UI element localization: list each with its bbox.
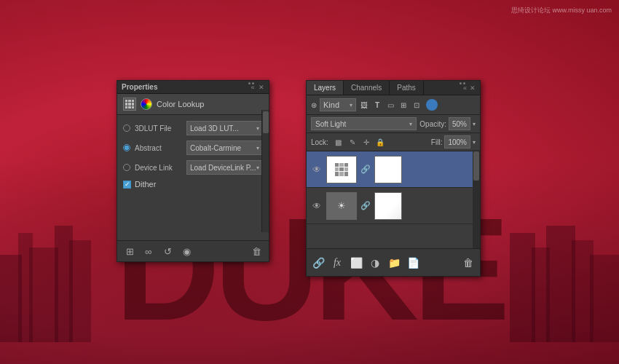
3dlut-radio[interactable]	[123, 124, 130, 132]
layer-thumb-color-lookup	[326, 156, 357, 183]
devicelink-label: Device Link	[135, 164, 182, 172]
opacity-label: Opacity:	[419, 120, 446, 128]
svg-rect-5	[510, 233, 535, 342]
close-btn[interactable]: ✕	[259, 84, 264, 90]
adjustment-icon[interactable]: ◑	[368, 256, 382, 270]
fill-label: Fill:	[431, 138, 443, 146]
3dlut-dropdown[interactable]: Load 3D LUT... ▾	[186, 121, 263, 135]
tab-layers[interactable]: Layers	[307, 81, 344, 95]
scroll-thumb	[263, 111, 269, 133]
opacity-group: Opacity: 50% ▾	[419, 117, 476, 130]
delete-layer-icon[interactable]: 🗑	[461, 256, 476, 270]
opacity-arrow: ▾	[473, 121, 476, 127]
opacity-value[interactable]: 50%	[449, 117, 470, 130]
tab-paths[interactable]: Paths	[390, 81, 424, 95]
titlebar-controls: « ✕	[250, 84, 264, 90]
layer-link-icon2: 🔗	[360, 201, 371, 210]
lock-paint-icon[interactable]: ✎	[347, 137, 358, 147]
layer-link-icon: 🔗	[360, 165, 371, 174]
layer-visibility-toggle2[interactable]: 👁	[311, 200, 323, 212]
dither-row: ✓ Dither	[123, 180, 263, 189]
resize-handle	[248, 82, 254, 84]
dropdown-arrow3: ▾	[256, 165, 259, 171]
fx-icon[interactable]: fx	[330, 256, 344, 270]
devicelink-dropdown[interactable]: Load DeviceLink P... ▾	[186, 160, 263, 175]
lock-row: Lock: ▩ ✎ ✛ 🔒 Fill: 100% ▾	[307, 133, 480, 151]
layers-filter-toolbar: ⊛ Kind ▾ 🖼 T ▭ ⊞ ⊡	[307, 95, 480, 115]
tab-channels[interactable]: Channels	[344, 81, 390, 95]
kind-label: ⊛	[311, 101, 317, 109]
new-layer-icon[interactable]: ⊞	[123, 245, 136, 258]
properties-title: Properties	[122, 83, 157, 91]
dropdown-arrow2: ▾	[256, 145, 259, 151]
blend-opacity-row: Soft Light ▾ Opacity: 50% ▾	[307, 115, 480, 133]
lock-label: Lock:	[311, 138, 328, 146]
layer-mask-brightness	[374, 192, 402, 220]
svg-rect-9	[590, 255, 619, 342]
abstract-radio[interactable]	[123, 144, 130, 151]
undo-icon[interactable]: ↺	[161, 245, 174, 258]
svg-rect-2	[29, 248, 58, 342]
devicelink-row: Device Link Load DeviceLink P... ▾	[123, 160, 263, 175]
svg-rect-4	[69, 240, 91, 342]
properties-panel: Properties « ✕ Color Lookup 3DLUT File L…	[117, 80, 269, 262]
layers-footer: 🔗 fx ⬜ ◑ 📁 📄 🗑	[307, 248, 480, 276]
panel-collapse-btn[interactable]: «	[463, 84, 467, 92]
delete-icon[interactable]: 🗑	[250, 245, 263, 258]
kind-arrow: ▾	[350, 102, 352, 108]
abstract-dropdown[interactable]: Cobalt-Carmine ▾	[186, 141, 263, 155]
layer-thumb-brightness: ☀	[326, 192, 357, 220]
abstract-label: Abstract	[135, 144, 182, 152]
blend-mode-dropdown[interactable]: Soft Light ▾	[311, 117, 417, 130]
devicelink-radio[interactable]	[123, 164, 130, 171]
layers-panel: Layers Channels Paths « ✕ ⊛ Kind ▾ 🖼 T ▭…	[306, 80, 481, 277]
color-lookup-header: Color Lookup	[117, 94, 269, 115]
filter-pixel-icon[interactable]: ⊡	[411, 100, 422, 110]
dither-checkbox[interactable]: ✓	[123, 181, 131, 189]
filter-active-indicator	[426, 99, 438, 111]
filter-text-icon[interactable]: T	[372, 100, 382, 110]
properties-footer: ⊞ ∞ ↺ ◉ 🗑	[117, 240, 269, 261]
lock-transparency-icon[interactable]: ▩	[334, 137, 344, 147]
blend-arrow: ▾	[409, 121, 412, 127]
fill-group: Fill: 100% ▾	[431, 135, 476, 149]
visibility-icon[interactable]: ◉	[180, 245, 193, 258]
properties-titlebar: Properties « ✕	[117, 81, 269, 94]
lock-move-icon[interactable]: ✛	[361, 137, 371, 147]
abstract-row: Abstract Cobalt-Carmine ▾	[123, 141, 263, 155]
layer-item-color-lookup[interactable]: 👁 🔗	[307, 151, 480, 188]
lock-all-icon[interactable]: 🔒	[375, 137, 385, 147]
dither-label: Dither	[135, 180, 156, 189]
properties-content: 3DLUT File Load 3D LUT... ▾ Abstract Cob…	[117, 115, 269, 197]
properties-scrollbar[interactable]	[261, 110, 269, 232]
svg-rect-7	[546, 226, 575, 342]
color-lookup-label: Color Lookup	[157, 100, 204, 108]
watermark: 思绮设计论坛 www.missy uan.com	[511, 6, 612, 15]
3dlut-row: 3DLUT File Load 3D LUT... ▾	[123, 121, 263, 135]
layer-visibility-toggle[interactable]: 👁	[311, 164, 323, 175]
fill-value[interactable]: 100%	[444, 135, 470, 149]
link-icon[interactable]: ∞	[142, 245, 155, 258]
filter-image-icon[interactable]: 🖼	[359, 100, 369, 110]
layer-mask-color-lookup	[374, 156, 402, 183]
fill-arrow: ▾	[473, 139, 476, 146]
collapse-btn[interactable]: «	[250, 84, 256, 90]
filter-shape-icon[interactable]: ▭	[385, 100, 395, 110]
3dlut-label: 3DLUT File	[135, 124, 182, 132]
add-mask-icon[interactable]: ⬜	[349, 256, 363, 270]
group-icon[interactable]: 📁	[387, 256, 401, 270]
panel-close-btn[interactable]: ✕	[470, 84, 476, 92]
filter-smart-icon[interactable]: ⊞	[398, 100, 409, 110]
grid-icon	[123, 98, 136, 111]
kind-dropdown[interactable]: Kind ▾	[320, 98, 356, 111]
brightness-icon: ☀	[337, 200, 346, 211]
layers-tabs: Layers Channels Paths « ✕	[307, 81, 480, 95]
dropdown-arrow: ▾	[256, 125, 259, 132]
new-layer-icon2[interactable]: 📄	[406, 256, 420, 270]
layers-scrollbar[interactable]	[473, 150, 480, 248]
layer-item-brightness[interactable]: 👁 ☀ 🔗	[307, 188, 480, 224]
link-layers-icon[interactable]: 🔗	[311, 256, 326, 270]
color-circle-icon	[141, 98, 152, 110]
layers-scroll-thumb	[473, 151, 479, 181]
